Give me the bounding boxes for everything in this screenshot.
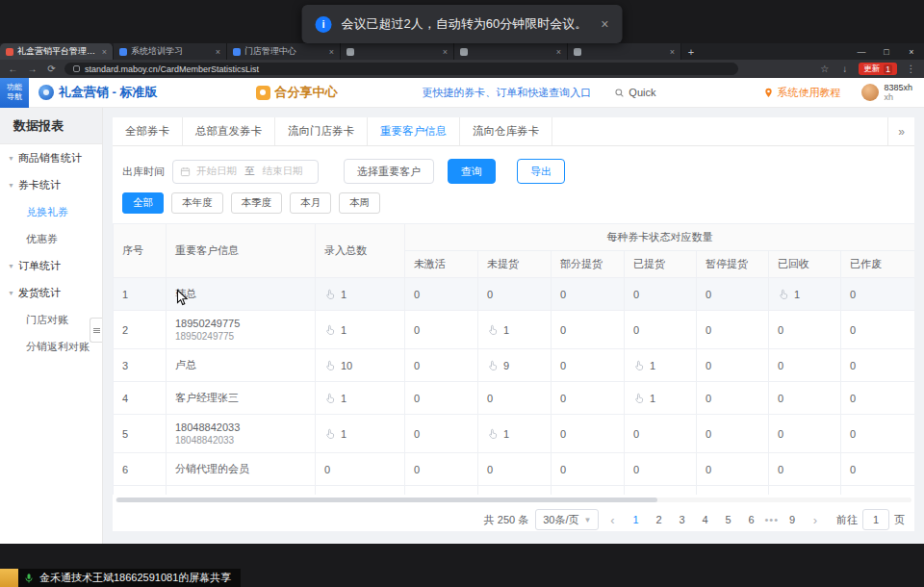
toast-close-icon[interactable]: × (601, 16, 608, 32)
cell-value[interactable]: 1 (341, 324, 346, 336)
horizontal-scrollbar[interactable] (116, 498, 911, 502)
cell-value[interactable]: 1 (341, 428, 346, 440)
select-customer-button[interactable]: 选择重要客户 (344, 159, 434, 184)
function-nav-button[interactable]: 功能 导航 (0, 78, 29, 108)
browser-update-button[interactable]: 更新 1 (859, 63, 897, 75)
browser-menu-icon[interactable]: ⋮ (905, 64, 917, 74)
browser-tab[interactable]: × (568, 43, 681, 60)
browser-tab[interactable]: × (454, 43, 568, 60)
filter-row: 出库时间 开始日期 至 结束日期 选择重要客户 查询 导出 (122, 159, 905, 184)
sidebar-item[interactable]: 门店对账 (0, 306, 102, 333)
page-number[interactable]: 5 (718, 509, 737, 530)
cell-value[interactable]: 1 (503, 324, 509, 336)
sidebar-collapse-handle[interactable] (90, 318, 102, 343)
export-button[interactable]: 导出 (517, 159, 565, 184)
search-button[interactable]: 查询 (448, 159, 496, 184)
status-cell: 0 (769, 453, 841, 486)
user-menu[interactable]: 8385xh xh (861, 83, 912, 103)
cell-value[interactable]: 1 (650, 360, 655, 371)
sidebar-item[interactable]: 优惠券 (0, 225, 102, 252)
new-tab-button[interactable]: + (681, 43, 701, 60)
page-size-value: 30条/页 (543, 513, 578, 527)
content-tab[interactable]: 流向门店券卡 (275, 117, 368, 145)
content-tab[interactable]: 流向仓库券卡 (460, 117, 552, 145)
quick-entry-link[interactable]: 更快捷的券卡、订单和快递查询入口 (422, 86, 591, 100)
table-row[interactable]: 4客户经理张三10001000 (114, 382, 915, 415)
prev-page-icon[interactable]: ‹ (605, 513, 619, 527)
quick-range-button[interactable]: 本季度 (231, 192, 283, 214)
cell-value[interactable]: 1 (341, 393, 346, 404)
cell-value[interactable]: 1 (503, 428, 509, 440)
content-panel: 全部券卡总部直发券卡流向门店券卡重要客户信息流向仓库券卡 » 出库时间 开始日期… (113, 117, 914, 531)
tab-close-icon[interactable]: × (443, 47, 448, 57)
total-cell: 10 (316, 349, 405, 382)
tab-close-icon[interactable]: × (102, 47, 107, 57)
cell-value[interactable]: 1 (341, 289, 346, 300)
page-number[interactable]: 3 (672, 509, 691, 530)
download-icon[interactable]: ↓ (838, 64, 851, 74)
url-bar[interactable]: standard.maboy.cn/CardMemberStatisticsLi… (64, 63, 738, 75)
scrollbar-thumb[interactable] (116, 498, 657, 502)
table-row[interactable]: 3卢总100901000 (114, 349, 915, 382)
sidebar-item[interactable]: 兑换礼券 (0, 198, 102, 225)
content-tab[interactable]: 重要客户信息 (368, 117, 460, 145)
tab-close-icon[interactable]: × (556, 47, 561, 57)
page-ellipsis[interactable]: ••• (764, 514, 779, 525)
maximize-button[interactable]: □ (874, 43, 899, 60)
page-number[interactable]: 6 (741, 509, 760, 530)
cell-value[interactable]: 1 (650, 393, 655, 404)
date-range-picker[interactable]: 开始日期 至 结束日期 (172, 160, 319, 184)
quick-range-button[interactable]: 全部 (122, 192, 164, 214)
share-center-link[interactable]: 合分享中心 (256, 84, 338, 101)
table-row[interactable]: 1韩总10000010 (114, 278, 915, 311)
forward-icon[interactable]: → (26, 64, 38, 74)
sidebar-item[interactable]: ▼券卡统计 (0, 171, 102, 198)
cell-value[interactable]: 9 (503, 360, 509, 371)
app-header: 功能 导航 礼盒营销 - 标准版 合分享中心 更快捷的券卡、订单和快递查询入口 … (0, 78, 924, 108)
status-cell: 0 (697, 311, 769, 349)
table-row[interactable]: 7唐总2001801000 (114, 486, 915, 496)
sidebar-item-label: 分销返利对账 (26, 340, 90, 354)
close-button[interactable]: × (899, 43, 924, 60)
page-number[interactable]: 1 (626, 509, 645, 530)
sharer-avatar (0, 569, 18, 587)
page-size-select[interactable]: 30条/页 ▼ (535, 509, 599, 530)
browser-tab[interactable]: 门店管理中心× (227, 43, 341, 60)
table-row[interactable]: 6分销代理的会员00000000 (114, 453, 915, 486)
cell-value[interactable]: 10 (341, 360, 352, 371)
page-number[interactable]: 2 (649, 509, 668, 530)
tabs-more-icon[interactable]: » (887, 117, 914, 145)
content-tab[interactable]: 总部直发券卡 (183, 117, 275, 145)
cell-value: 0 (778, 464, 783, 475)
quick-range-button[interactable]: 本周 (339, 192, 380, 214)
quick-search-button[interactable]: Quick (614, 87, 655, 98)
goto-page-input[interactable] (862, 509, 889, 530)
minimize-button[interactable]: — (849, 43, 874, 60)
page-number[interactable]: 4 (695, 509, 714, 530)
cell-value[interactable]: 1 (794, 289, 800, 300)
sidebar-item[interactable]: ▼订单统计 (0, 252, 102, 279)
browser-tab[interactable]: 礼盒营销平台管理中心× (0, 43, 114, 60)
sidebar-item[interactable]: ▼商品销售统计 (0, 144, 102, 171)
bookmark-star-icon[interactable]: ☆ (818, 64, 831, 74)
back-icon[interactable]: ← (7, 64, 19, 74)
sidebar-item[interactable]: 分销返利对账 (0, 333, 102, 360)
status-cell: 0 (769, 349, 841, 382)
tab-close-icon[interactable]: × (329, 47, 334, 57)
content-tab[interactable]: 全部券卡 (113, 117, 183, 145)
username-line1: 8385xh (884, 83, 912, 92)
browser-tab[interactable]: × (341, 43, 454, 60)
status-cell: 0 (697, 415, 769, 453)
tab-close-icon[interactable]: × (216, 47, 220, 57)
next-page-icon[interactable]: › (808, 513, 822, 527)
tab-close-icon[interactable]: × (670, 47, 675, 57)
table-row[interactable]: 5180488420331804884203310100000 (114, 415, 915, 453)
page-number[interactable]: 9 (783, 509, 802, 530)
reload-icon[interactable]: ⟳ (45, 64, 58, 74)
table-row[interactable]: 2189502497751895024977510100000 (114, 311, 915, 349)
browser-tab[interactable]: 系统培训学习× (114, 43, 227, 60)
quick-range-button[interactable]: 本月 (290, 192, 331, 214)
quick-range-button[interactable]: 本年度 (171, 192, 223, 214)
tutorial-link[interactable]: 系统使用教程 (763, 86, 840, 100)
sidebar-item[interactable]: ▼发货统计 (0, 279, 102, 306)
